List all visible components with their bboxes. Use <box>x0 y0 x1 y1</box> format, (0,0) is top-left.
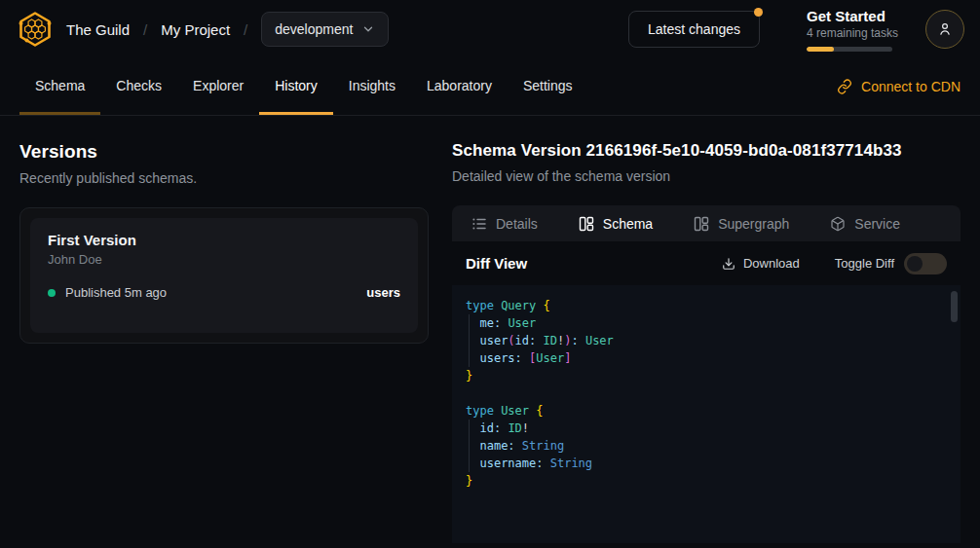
user-avatar[interactable] <box>925 10 964 49</box>
get-started-progress-fill <box>807 47 834 52</box>
app: The Guild / My Project / development Lat… <box>0 0 980 548</box>
user-icon <box>936 20 954 38</box>
nav-tab-settings[interactable]: Settings <box>508 58 588 115</box>
panels-icon <box>694 216 709 232</box>
diff-toolbar: Diff View Download Toggle Diff <box>452 241 961 285</box>
version-service-badge: users <box>366 285 400 300</box>
graphql-sdl-code[interactable]: type Query { me: User user(id: ID!): Use… <box>452 285 961 501</box>
version-detail-title: Schema Version 2166196f-5e10-4059-bd0a-0… <box>452 141 961 161</box>
target-selector-dropdown[interactable]: development <box>261 12 389 47</box>
version-detail-panel: Schema Version 2166196f-5e10-4059-bd0a-0… <box>452 141 961 543</box>
cube-icon <box>830 216 846 232</box>
nav-tab-explorer[interactable]: Explorer <box>177 58 259 115</box>
nav-tab-schema[interactable]: Schema <box>19 58 100 115</box>
version-status-text: Published 5m ago <box>65 285 167 300</box>
connect-to-cdn-link[interactable]: Connect to CDN <box>837 79 961 94</box>
breadcrumb-org[interactable]: The Guild <box>66 21 130 38</box>
link-icon <box>837 79 852 94</box>
nav-tab-checks[interactable]: Checks <box>100 58 177 115</box>
version-list-item[interactable]: First Version John Doe Published 5m ago … <box>30 218 418 333</box>
latest-changes-button[interactable]: Latest changes <box>628 11 760 48</box>
main-content: Versions Recently published schemas. Fir… <box>0 116 980 543</box>
download-icon <box>722 257 735 271</box>
latest-changes-label: Latest changes <box>648 21 740 37</box>
guild-honeycomb-logo-icon[interactable] <box>16 10 55 49</box>
detail-tab-supergraph[interactable]: Supergraph <box>694 216 789 232</box>
toggle-diff-switch[interactable] <box>904 253 947 274</box>
header: The Guild / My Project / development Lat… <box>0 0 980 58</box>
get-started-progress-bar <box>807 47 892 52</box>
toggle-knob <box>907 256 923 272</box>
toggle-diff-label: Toggle Diff <box>835 256 894 271</box>
target-selector-value: development <box>275 21 353 37</box>
versions-subtitle: Recently published schemas. <box>19 170 429 186</box>
panels-icon <box>579 216 594 232</box>
versions-title: Versions <box>19 141 429 163</box>
version-status-row: Published 5m ago users <box>48 285 400 300</box>
get-started-title: Get Started <box>807 8 896 24</box>
list-icon <box>471 216 487 232</box>
version-detail-card: Details Schema <box>452 205 961 543</box>
versions-panel: Versions Recently published schemas. Fir… <box>19 141 429 543</box>
breadcrumb-project[interactable]: My Project <box>161 21 230 38</box>
detail-tab-details[interactable]: Details <box>471 216 538 232</box>
versions-card: First Version John Doe Published 5m ago … <box>19 207 429 344</box>
get-started-widget[interactable]: Get Started 4 remaining tasks <box>807 8 896 52</box>
breadcrumb-separator: / <box>143 21 147 38</box>
connect-to-cdn-label: Connect to CDN <box>861 79 961 94</box>
version-name: First Version <box>48 232 400 248</box>
schema-code-block: type Query { me: User user(id: ID!): Use… <box>452 285 961 543</box>
diff-view-title: Diff View <box>466 255 527 272</box>
breadcrumb-separator: / <box>244 21 247 38</box>
detail-tab-bar: Details Schema <box>452 205 961 241</box>
detail-tab-schema[interactable]: Schema <box>579 216 653 232</box>
main-nav: Schema Checks Explorer History Insights … <box>0 58 980 116</box>
nav-tab-insights[interactable]: Insights <box>333 58 411 115</box>
detail-tab-service[interactable]: Service <box>830 216 900 232</box>
code-scrollbar-thumb[interactable] <box>951 291 958 322</box>
nav-tab-history[interactable]: History <box>259 58 333 115</box>
notification-dot <box>754 8 763 17</box>
download-button[interactable]: Download <box>722 256 800 271</box>
nav-tab-laboratory[interactable]: Laboratory <box>411 58 508 115</box>
version-author: John Doe <box>48 252 400 267</box>
chevron-down-icon <box>361 22 375 36</box>
published-status-dot <box>48 289 56 297</box>
get-started-subtitle: 4 remaining tasks <box>807 26 896 40</box>
version-detail-subtitle: Detailed view of the schema version <box>452 168 961 184</box>
